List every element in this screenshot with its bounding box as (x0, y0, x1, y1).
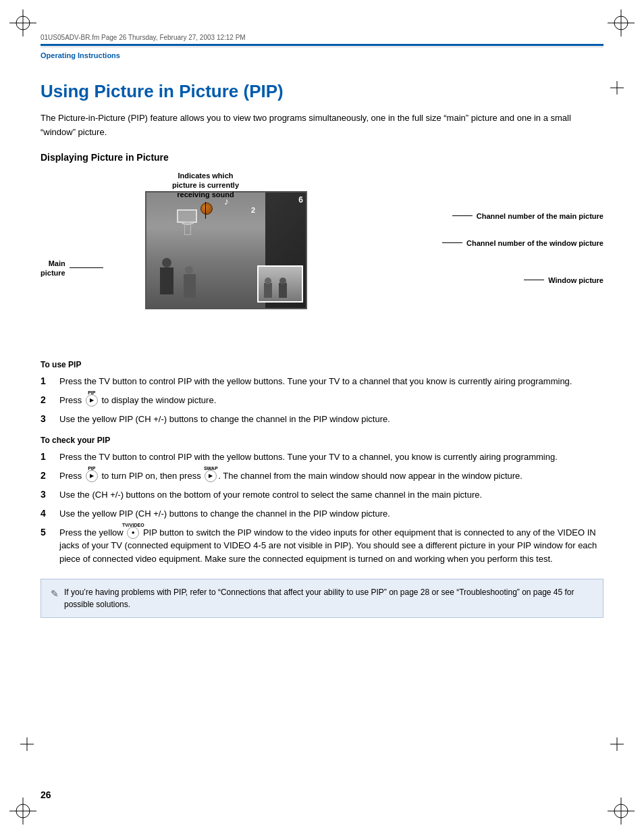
crosshair-right-bottom (610, 737, 624, 753)
net (184, 225, 191, 235)
check-pip-step-4: 4 Use the yellow PIP (CH +/-) buttons to… (41, 507, 603, 521)
check-pip-step-3: 3 Use the (CH +/-) buttons on the bottom… (41, 488, 603, 502)
header-bar: 01US05ADV-BR.fm Page 26 Thursday, Februa… (41, 34, 603, 61)
right-label-line-ch-win (442, 242, 462, 243)
pip-player2 (279, 283, 287, 298)
check-step-text-5: Press the yellow TV/VIDEO● PIP button to… (59, 526, 603, 566)
right-label-ch-win: Channel number of the window picture (442, 238, 603, 248)
right-label-line-win-pic (524, 280, 544, 280)
right-label-text-ch-main: Channel number of the main picture (477, 211, 603, 221)
corner-mark-tl (9, 9, 36, 36)
right-label-ch-main: Channel number of the main picture (452, 211, 603, 221)
player2 (184, 274, 196, 298)
pip-button-2-label: PIP (88, 465, 95, 473)
page: 01US05ADV-BR.fm Page 26 Thursday, Februa… (0, 0, 644, 834)
left-label-container: Mainpicture (41, 259, 103, 278)
note-box: ✎ If you’re having problems with PIP, re… (41, 579, 603, 618)
top-label-container: Indicates whichpicture is currentlyrecei… (172, 171, 239, 219)
pip-button-2: PIP▶ (86, 470, 98, 482)
header-rule-bottom (41, 47, 603, 47)
note-text: If you’re having problems with PIP, refe… (64, 586, 593, 610)
use-pip-step-2: 2 Press PIP▶ to display the window pictu… (41, 394, 603, 407)
header-rule-top (41, 44, 603, 46)
file-info: 01US05ADV-BR.fm Page 26 Thursday, Februa… (41, 34, 603, 41)
right-label-win-pic: Window picture (524, 276, 603, 285)
corner-mark-tr (608, 9, 635, 36)
intro-text: The Picture-in-Picture (PIP) feature all… (41, 111, 603, 140)
section1-heading: Displaying Picture in Picture (41, 152, 603, 163)
left-label-line (70, 267, 103, 268)
right-label-line-ch-main (452, 215, 473, 216)
check-step-text-1: Press the TV button to control PIP with … (59, 450, 603, 464)
step-number-1: 1 (41, 374, 54, 388)
check-step-number-4: 4 (41, 506, 54, 521)
left-label-text: Mainpicture (41, 259, 65, 278)
check-pip-step-1: 1 Press the TV button to control PIP wit… (41, 450, 603, 464)
check-pip-list: 1 Press the TV button to control PIP wit… (41, 450, 603, 566)
tvvideo-button-label: TV/VIDEO (122, 522, 144, 529)
note-icon: ✎ (51, 587, 59, 601)
check-step-number-2: 2 (41, 469, 54, 483)
use-pip-step-3: 3 Use the yellow PIP (CH +/-) buttons to… (41, 413, 603, 426)
tvvideo-button: TV/VIDEO● (127, 527, 139, 539)
check-pip-step-2: 2 Press PIP▶ to turn PIP on, then press … (41, 469, 603, 483)
top-label-line (205, 202, 206, 219)
crosshair-right-middle (610, 81, 624, 97)
corner-mark-br (608, 798, 635, 825)
step-text-2: Press PIP▶ to display the window picture… (59, 394, 603, 407)
check-step-text-4: Use the yellow PIP (CH +/-) buttons to c… (59, 507, 603, 521)
check-step-text-2: Press PIP▶ to turn PIP on, then press SW… (59, 469, 603, 483)
header-label: Operating Instructions (41, 50, 603, 61)
pip-inner (259, 267, 302, 301)
check-pip-heading: To check your PIP (41, 436, 603, 445)
check-step-text-3: Use the (CH +/-) buttons on the bottom o… (59, 488, 603, 502)
check-step-number-3: 3 (41, 488, 54, 502)
page-title: Using Picture in Picture (PIP) (41, 81, 603, 102)
step-number-2: 2 (41, 393, 54, 407)
player1 (160, 267, 173, 294)
corner-mark-bl (9, 798, 36, 825)
page-number: 26 (41, 789, 51, 800)
main-content: Using Picture in Picture (PIP) The Pictu… (41, 81, 603, 618)
step-text-1: Press the TV button to control PIP with … (59, 375, 603, 388)
right-label-text-ch-win: Channel number of the window picture (466, 238, 603, 248)
check-step-number-1: 1 (41, 450, 54, 464)
step-text-3: Use the yellow PIP (CH +/-) buttons to c… (59, 413, 603, 426)
check-pip-step-5: 5 Press the yellow TV/VIDEO● PIP button … (41, 526, 603, 566)
pip-diagram: ♪ 6 2 (41, 171, 603, 346)
use-pip-step-1: 1 Press the TV button to control PIP wit… (41, 375, 603, 388)
use-pip-heading: To use PIP (41, 360, 603, 369)
pip-window (257, 265, 303, 303)
right-label-text-win-pic: Window picture (548, 276, 603, 285)
pip-player1 (264, 283, 272, 298)
check-step-number-5: 5 (41, 525, 54, 540)
top-label-text: Indicates whichpicture is currentlyrecei… (172, 171, 239, 200)
step-number-3: 3 (41, 412, 54, 426)
pip-button-label: PIP (88, 390, 95, 397)
channel-6: 6 (298, 195, 303, 205)
swap-button-label: SWAP (204, 465, 218, 473)
swap-button: SWAP▶ (205, 470, 217, 482)
crosshair-left-bottom (20, 737, 34, 753)
channel-2: 2 (251, 206, 255, 214)
use-pip-list: 1 Press the TV button to control PIP wit… (41, 375, 603, 426)
pip-button: PIP▶ (86, 394, 98, 407)
